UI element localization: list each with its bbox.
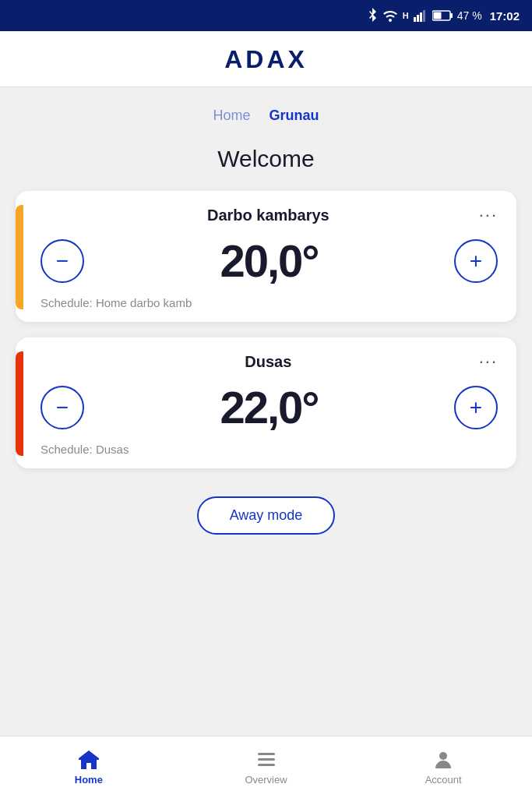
device-name-darbo: Darbo kambarys: [61, 207, 476, 224]
temperature-darbo: 20,0°: [220, 235, 318, 287]
app-logo: ADAX: [0, 45, 532, 74]
temp-controls-dusas: − 22,0° +: [37, 381, 501, 433]
battery-icon: [432, 10, 453, 21]
minus-icon-darbo: −: [56, 249, 69, 274]
svg-rect-7: [258, 753, 275, 755]
nav-account-label: Account: [425, 774, 462, 786]
schedule-dusas: Schedule: Dusas: [37, 443, 501, 456]
app-header: ADAX: [0, 31, 532, 87]
location-tabs: Home Grunau: [16, 87, 516, 135]
bottom-nav: Home Overview Account: [0, 736, 532, 798]
card-accent-red: [16, 351, 23, 456]
overview-icon: [255, 749, 278, 771]
signal-icon: [414, 9, 428, 22]
nav-account[interactable]: Account: [354, 736, 532, 798]
away-mode-button[interactable]: Away mode: [197, 496, 336, 535]
card-body-dusas: Dusas ··· − 22,0° + Schedule: Dusas: [37, 351, 501, 456]
wifi-icon: [382, 9, 398, 22]
card-header-dusas: Dusas ···: [37, 351, 501, 372]
card-accent-yellow: [16, 205, 23, 309]
bluetooth-icon: [367, 8, 378, 23]
card-header-darbo: Darbo kambarys ···: [37, 205, 501, 225]
device-card-darbo: Darbo kambarys ··· − 20,0° + Schedule: H…: [16, 191, 516, 322]
nav-overview[interactable]: Overview: [178, 736, 355, 798]
svg-rect-1: [417, 15, 419, 22]
more-menu-dusas[interactable]: ···: [476, 351, 501, 372]
svg-rect-5: [450, 13, 453, 18]
plus-icon-dusas: +: [470, 395, 482, 420]
increase-temp-dusas[interactable]: +: [454, 386, 498, 429]
tab-home[interactable]: Home: [213, 104, 250, 127]
nav-overview-label: Overview: [245, 774, 287, 786]
svg-point-10: [439, 752, 447, 760]
battery-percent: 47 %: [457, 9, 482, 22]
time-display: 17:02: [490, 9, 520, 23]
device-name-dusas: Dusas: [61, 353, 476, 371]
welcome-title: Welcome: [16, 146, 516, 172]
schedule-darbo: Schedule: Home darbo kamb: [37, 296, 501, 309]
minus-icon-dusas: −: [56, 395, 69, 420]
nav-home[interactable]: Home: [0, 736, 178, 798]
decrease-temp-dusas[interactable]: −: [41, 386, 84, 429]
svg-rect-8: [258, 758, 275, 761]
nav-home-label: Home: [75, 774, 103, 786]
home-icon: [77, 749, 100, 771]
svg-rect-6: [433, 12, 441, 19]
temperature-dusas: 22,0°: [220, 381, 318, 433]
account-icon: [432, 749, 455, 771]
status-icons: H 47 % 17:02: [367, 8, 520, 23]
h-indicator: H: [403, 11, 409, 20]
main-content: Home Grunau Welcome Darbo kambarys ··· −…: [0, 87, 532, 736]
device-card-dusas: Dusas ··· − 22,0° + Schedule: Dusas: [16, 337, 516, 468]
tab-grunau[interactable]: Grunau: [270, 104, 319, 127]
more-menu-darbo[interactable]: ···: [476, 205, 501, 225]
svg-rect-3: [423, 10, 425, 22]
increase-temp-darbo[interactable]: +: [454, 239, 498, 283]
svg-rect-9: [258, 764, 275, 766]
status-bar: H 47 % 17:02: [0, 0, 532, 31]
plus-icon-darbo: +: [470, 249, 482, 274]
decrease-temp-darbo[interactable]: −: [41, 239, 84, 283]
away-mode-container: Away mode: [16, 484, 516, 553]
svg-rect-2: [420, 12, 422, 22]
card-body-darbo: Darbo kambarys ··· − 20,0° + Schedule: H…: [37, 205, 501, 309]
temp-controls-darbo: − 20,0° +: [37, 235, 501, 287]
svg-rect-0: [414, 17, 416, 22]
